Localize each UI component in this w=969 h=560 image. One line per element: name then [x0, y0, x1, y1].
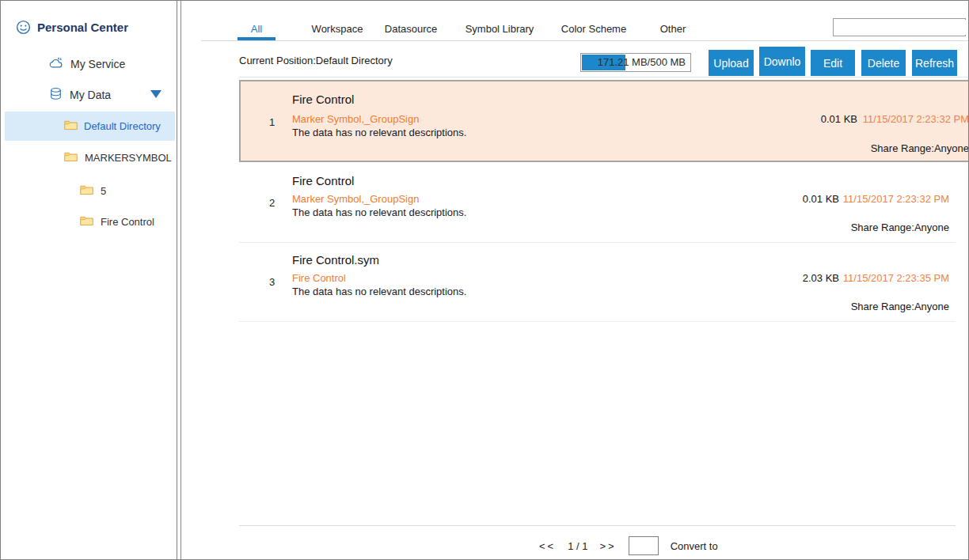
sidebar-item-label: Fire Control	[101, 216, 154, 228]
sidebar-title: Personal Center	[37, 21, 128, 34]
sidebar-item-label: 5	[101, 185, 106, 197]
item-share-range: Share Range:Anyone	[871, 142, 969, 154]
item-description: The data has no relevant descriptions.	[292, 286, 466, 297]
list-item[interactable]: 3 Fire Control.sym Fire Control The data…	[239, 243, 956, 322]
my-data-collapse-arrow-icon[interactable]	[150, 89, 162, 99]
next-page-button[interactable]: >>	[599, 540, 616, 552]
cloud-sync-icon	[49, 57, 63, 72]
footer-divider	[239, 525, 956, 526]
toolbar-divider	[239, 77, 968, 78]
edit-button[interactable]: Edit	[811, 50, 855, 76]
item-date: 11/15/2017 2:23:32 PM	[863, 113, 969, 125]
list-item[interactable]: 2 Fire Control Marker Symbol,_GroupSign …	[239, 164, 956, 243]
tab-symbol-library[interactable]: Symbol Library	[466, 23, 534, 35]
database-icon	[49, 87, 63, 103]
sidebar-item-my-service[interactable]: My Service	[49, 55, 125, 74]
item-share-range: Share Range:Anyone	[851, 221, 949, 233]
item-index: 3	[269, 276, 275, 288]
sidebar-item-label: My Data	[70, 89, 111, 101]
sidebar-item-fire-control[interactable]: Fire Control	[80, 212, 154, 231]
tabstrip-divider	[201, 40, 968, 41]
active-tab-indicator	[238, 37, 276, 40]
prev-page-button[interactable]: <<	[539, 540, 556, 552]
tab-other[interactable]: Other	[660, 23, 686, 35]
sidebar-item-label: My Service	[70, 58, 125, 70]
sidebar-item-my-data[interactable]: My Data	[49, 85, 111, 104]
item-date: 11/15/2017 2:23:35 PM	[843, 272, 949, 284]
item-date: 11/15/2017 2:23:32 PM	[843, 193, 949, 205]
item-size: 0.01 KB	[803, 193, 839, 205]
convert-to-label: Convert to	[671, 540, 718, 552]
item-subtitle: Marker Symbol,_GroupSign	[292, 113, 419, 125]
current-position-label: Current Position:Default Directory	[239, 55, 393, 66]
page-indicator: 1 / 1	[568, 540, 587, 552]
search-box	[833, 18, 966, 36]
folder-icon	[64, 151, 78, 165]
item-title: Fire Control	[292, 93, 354, 106]
storage-quota-bar: 171.21 MB/500 MB	[580, 53, 691, 72]
delete-button[interactable]: Delete	[861, 50, 906, 76]
item-share-range: Share Range:Anyone	[851, 301, 949, 312]
list-item-selected[interactable]: 1 Fire Control Marker Symbol,_GroupSign …	[239, 80, 969, 162]
item-index: 2	[269, 197, 275, 209]
item-description: The data has no relevant descriptions.	[292, 206, 466, 218]
upload-button[interactable]: Upload	[709, 50, 754, 76]
sidebar-item-default-directory[interactable]: Default Directory	[5, 112, 175, 141]
tab-workspace[interactable]: Workspace	[312, 23, 363, 35]
sidebar-item-label: Default Directory	[84, 120, 161, 132]
pagination: << 1 / 1 >> Convert to	[539, 535, 718, 556]
tab-datasource[interactable]: Datasource	[385, 23, 437, 35]
storage-text: 171.21 MB/500 MB	[581, 54, 686, 71]
search-input[interactable]	[834, 20, 969, 35]
sidebar-item-markersymbol[interactable]: MARKERSYMBOL	[64, 148, 193, 167]
item-index: 1	[269, 116, 275, 128]
item-title: Fire Control	[292, 174, 354, 187]
personal-center-window: Personal Center My Service My Data	[0, 0, 969, 560]
item-description: The data has no relevant descriptions.	[292, 127, 466, 138]
refresh-button[interactable]: Refresh	[912, 50, 957, 76]
item-size: 2.03 KB	[803, 272, 839, 284]
tab-all[interactable]: All	[251, 23, 262, 35]
main-content: All Workspace Datasource Symbol Library …	[180, 1, 968, 559]
sidebar-item-label: MARKERSYMBOL	[85, 152, 172, 164]
sidebar-header: Personal Center	[16, 20, 128, 35]
smiley-icon	[16, 20, 31, 35]
item-subtitle: Marker Symbol,_GroupSign	[292, 193, 419, 205]
item-title: Fire Control.sym	[292, 253, 379, 267]
item-subtitle: Fire Control	[292, 272, 346, 284]
item-size: 0.01 KB	[821, 113, 857, 125]
folder-icon	[80, 215, 93, 229]
sidebar: Personal Center My Service My Data	[1, 1, 177, 559]
folder-icon	[80, 184, 93, 198]
tab-color-scheme[interactable]: Color Scheme	[561, 23, 626, 35]
download-button[interactable]: Downlo	[759, 47, 805, 76]
sidebar-item-5[interactable]: 5	[80, 181, 106, 200]
convert-input[interactable]	[629, 536, 659, 555]
folder-icon	[64, 119, 78, 133]
